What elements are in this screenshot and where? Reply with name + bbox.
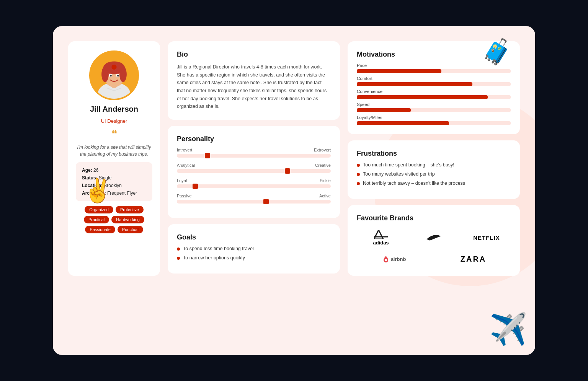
personality-left: Introvert [177, 148, 192, 152]
goal-item: To spend less time booking travel [177, 246, 331, 251]
brands-row-2: airbnb ZARA [357, 252, 511, 267]
bar-track [357, 69, 511, 73]
motivation-label: Comfort [357, 76, 511, 81]
frustration-text: Not terribly tech savvy – doesn't like t… [363, 181, 465, 186]
middle-column: Bio Jill is a Regional Director who trav… [168, 41, 340, 276]
goal-text: To narrow her options quickly [183, 255, 245, 261]
personality-left: Loyal [177, 178, 187, 183]
persona-tags: OrganizedProtectivePracticalHardworkingP… [76, 206, 152, 233]
persona-card: Jill Anderson UI Designer ❝ I'm looking … [68, 41, 160, 276]
bullet-dot [177, 247, 180, 251]
motivations-bars: Price Comfort Convenience Speed Loyalty/… [357, 63, 511, 125]
brand-adidas: adidas [357, 227, 405, 249]
personality-left: Passive [177, 194, 192, 198]
bar-fill [357, 69, 441, 73]
personality-labels: Analytical Creative [177, 163, 331, 168]
goal-text: To spend less time booking travel [183, 246, 254, 251]
persona-role: UI Designer [101, 118, 127, 124]
personality-right: Creative [315, 163, 331, 168]
goals-title: Goals [177, 233, 331, 241]
airplane-icon: ✈️ [489, 311, 528, 347]
slider-track [177, 154, 331, 158]
screen: 🧳 ✌️ ✈️ [53, 26, 535, 355]
slider-thumb [285, 168, 290, 174]
brands-card: Favourite Brands adidas NETFLIX [348, 205, 520, 276]
peace-icon: ✌️ [83, 177, 112, 204]
svg-marker-13 [374, 230, 383, 239]
personality-sliders: Introvert Extrovert Analytical Creative … [177, 148, 331, 204]
frustration-text: Too much time spent booking – she's busy… [363, 162, 454, 168]
age-row: Age: 26 [82, 168, 146, 173]
motivation-label: Convenience [357, 89, 511, 94]
personality-item: Analytical Creative [177, 163, 331, 173]
personality-labels: Loyal Fickle [177, 178, 331, 183]
personality-title: Personality [177, 135, 331, 143]
bar-fill [357, 82, 472, 86]
personality-right: Active [319, 194, 331, 198]
personality-right: Extrovert [314, 148, 331, 152]
bullet-dot [357, 164, 360, 167]
bio-card: Bio Jill is a Regional Director who trav… [168, 41, 340, 120]
bar-fill [357, 121, 449, 125]
svg-point-9 [110, 75, 112, 77]
avatar [89, 50, 139, 100]
brands-row-1: adidas NETFLIX [357, 227, 511, 249]
bar-fill [357, 108, 411, 112]
bar-track [357, 121, 511, 125]
personality-item: Passive Active [177, 194, 331, 204]
svg-point-10 [117, 75, 119, 77]
personality-labels: Introvert Extrovert [177, 148, 331, 152]
persona-tag: Hardworking [111, 216, 144, 223]
persona-name: Jill Anderson [90, 105, 138, 114]
frustration-item: Too much time spent booking – she's busy… [357, 162, 511, 168]
frustration-item: Too many websites visited per trip [357, 171, 511, 177]
frustrations-list: Too much time spent booking – she's busy… [357, 162, 511, 186]
bullet-dot [357, 182, 360, 185]
slider-thumb [193, 184, 198, 189]
slider-track [177, 200, 331, 204]
frustration-text: Too many websites visited per trip [363, 171, 435, 177]
main-content: Jill Anderson UI Designer ❝ I'm looking … [68, 41, 520, 276]
motivation-item: Convenience [357, 89, 511, 99]
slider-thumb [263, 199, 269, 204]
personality-card: Personality Introvert Extrovert Analytic… [168, 126, 340, 218]
quote-mark: ❝ [111, 129, 117, 139]
right-column: Motivations Price Comfort Convenience Sp… [348, 41, 520, 276]
motivation-label: Loyalty/Miles [357, 115, 511, 120]
persona-tag: Passionate [85, 226, 115, 233]
bullet-dot [357, 173, 360, 176]
suitcase-icon: 🧳 [482, 37, 512, 66]
frustrations-title: Frustrations [357, 150, 511, 158]
persona-tag: Punctual [118, 226, 143, 233]
brand-zara: ZARA [436, 252, 511, 267]
bullet-dot [177, 257, 180, 260]
motivation-item: Speed [357, 102, 511, 112]
bar-track [357, 82, 511, 86]
goal-item: To narrow her options quickly [177, 255, 331, 261]
goals-card: Goals To spend less time booking travel … [168, 224, 340, 274]
bar-fill [357, 95, 488, 99]
bar-track [357, 108, 511, 112]
brands-grid: adidas NETFLIX airbnb ZARA [357, 227, 511, 267]
bio-text: Jill is a Regional Director who travels … [177, 63, 331, 111]
bar-track [357, 95, 511, 99]
frustrations-card: Frustrations Too much time spent booking… [348, 140, 520, 199]
persona-tag: Protective [116, 206, 144, 213]
brand-airbnb: airbnb [357, 252, 431, 267]
persona-quote: I'm looking for a site that will simplif… [76, 144, 152, 158]
personality-labels: Passive Active [177, 194, 331, 198]
svg-point-12 [111, 65, 116, 70]
bio-title: Bio [177, 50, 331, 59]
slider-thumb [205, 153, 210, 158]
brand-netflix: NETFLIX [462, 231, 511, 244]
motivation-item: Loyalty/Miles [357, 115, 511, 125]
personality-left: Analytical [177, 163, 195, 168]
personality-item: Introvert Extrovert [177, 148, 331, 158]
goals-list: To spend less time booking travel To nar… [177, 246, 331, 261]
slider-track [177, 184, 331, 188]
persona-tag: Practical [84, 216, 109, 223]
motivation-item: Comfort [357, 76, 511, 86]
personality-right: Fickle [320, 178, 331, 183]
brands-title: Favourite Brands [357, 214, 511, 222]
persona-tag: Organized [85, 206, 113, 213]
